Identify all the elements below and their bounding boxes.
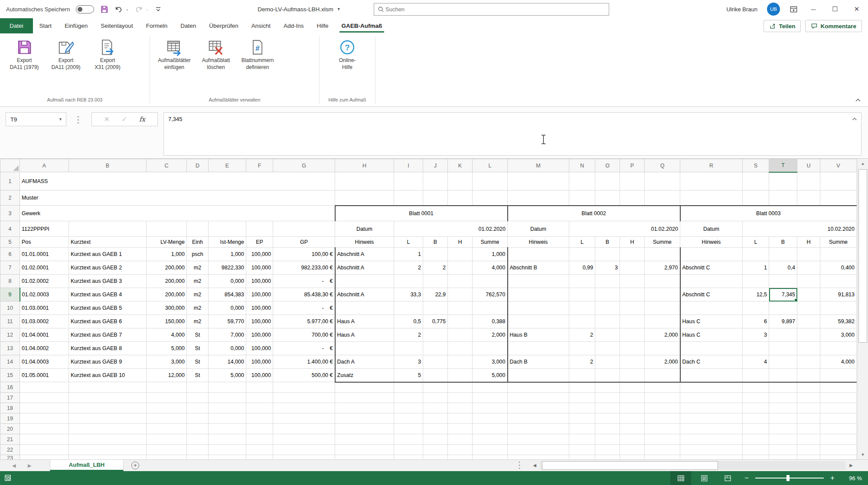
cell[interactable]	[743, 382, 769, 393]
cell[interactable]	[187, 445, 209, 455]
cell[interactable]	[147, 445, 187, 455]
row-header[interactable]: 2	[0, 190, 20, 206]
cell[interactable]	[769, 275, 797, 288]
cell[interactable]: 7,000	[209, 328, 246, 342]
autosave-toggle[interactable]	[76, 5, 94, 13]
tab-einfuegen[interactable]: Einfügen	[58, 18, 94, 33]
cell[interactable]	[147, 424, 187, 434]
avatar[interactable]: UB	[767, 3, 780, 16]
cell[interactable]	[680, 393, 743, 403]
cell[interactable]: Haus C	[680, 328, 743, 342]
cell[interactable]	[769, 382, 797, 393]
tab-add-ins[interactable]: Add-Ins	[277, 18, 310, 33]
cell[interactable]	[394, 190, 423, 206]
column-header[interactable]: V	[820, 159, 857, 172]
cell[interactable]: 100,00 €	[273, 248, 335, 261]
cell[interactable]	[20, 424, 69, 434]
formula-input[interactable]: 7,345	[163, 112, 861, 156]
cell[interactable]	[20, 382, 69, 393]
sheet-title-cell[interactable]: AUFMASS	[20, 172, 335, 190]
cell[interactable]	[273, 424, 335, 434]
cell[interactable]	[473, 301, 508, 315]
cell[interactable]	[335, 403, 394, 413]
cell[interactable]	[743, 342, 769, 355]
cell[interactable]	[423, 369, 448, 382]
cell[interactable]	[797, 190, 820, 206]
cell[interactable]	[69, 382, 147, 393]
cell[interactable]	[394, 445, 423, 455]
cell[interactable]	[448, 455, 473, 460]
cell[interactable]: 200,000	[147, 261, 187, 275]
redo-menu-chevron-icon[interactable]: ⌄	[146, 7, 149, 11]
cell[interactable]: Kurztext	[69, 237, 147, 248]
selected-cell[interactable]: 7,345	[769, 288, 797, 301]
undo-menu-chevron-icon[interactable]: ⌄	[125, 7, 129, 11]
cell[interactable]: - €	[273, 301, 335, 315]
cell[interactable]: 1.400,00 €	[273, 355, 335, 369]
cell[interactable]: 3	[394, 355, 423, 369]
name-box-chevron-icon[interactable]: ▼	[59, 117, 62, 121]
cell[interactable]	[569, 382, 595, 393]
user-name[interactable]: Ulrike Braun	[726, 6, 757, 13]
cell[interactable]: St	[187, 355, 209, 369]
share-button[interactable]: Teilen	[764, 20, 801, 32]
cell[interactable]: Kurztext aus GAEB 6	[69, 315, 147, 328]
cell[interactable]	[797, 455, 820, 460]
cell[interactable]	[448, 369, 473, 382]
scroll-down-icon[interactable]: ▼	[858, 450, 868, 459]
cell[interactable]	[797, 403, 820, 413]
cell[interactable]	[820, 424, 857, 434]
cell[interactable]	[569, 342, 595, 355]
cell[interactable]	[569, 369, 595, 382]
cell[interactable]: Summe	[645, 237, 680, 248]
cell[interactable]: Abschnitt B	[508, 261, 569, 275]
cell[interactable]	[508, 342, 569, 355]
column-header[interactable]: N	[569, 159, 595, 172]
cell[interactable]: Abschnitt A	[335, 261, 394, 275]
cell[interactable]	[797, 434, 820, 445]
cell[interactable]	[645, 369, 680, 382]
cell[interactable]: Kurztext aus GAEB 10	[69, 369, 147, 382]
cell[interactable]: 2,000	[645, 355, 680, 369]
cell[interactable]	[187, 434, 209, 445]
cell[interactable]	[769, 301, 797, 315]
cell[interactable]: St	[187, 369, 209, 382]
column-header[interactable]: A	[20, 159, 69, 172]
cell[interactable]: Haus A	[335, 315, 394, 328]
cell[interactable]	[595, 328, 620, 342]
cell[interactable]	[620, 172, 645, 190]
tab-gaeb-aufmass[interactable]: GAEB-Aufmaß	[335, 18, 389, 33]
horizontal-scrollbar-thumb[interactable]	[542, 461, 718, 470]
cell[interactable]: 2	[569, 328, 595, 342]
cell[interactable]: St	[187, 342, 209, 355]
cell[interactable]	[335, 424, 394, 434]
cell[interactable]	[645, 382, 680, 393]
cell[interactable]: H	[620, 237, 645, 248]
cell[interactable]	[508, 369, 569, 382]
cell[interactable]: 100,000	[246, 342, 273, 355]
row-header[interactable]: 6	[0, 248, 20, 261]
cell[interactable]	[620, 403, 645, 413]
row-header[interactable]: 3	[0, 206, 20, 221]
cell[interactable]	[680, 424, 743, 434]
cell[interactable]	[645, 455, 680, 460]
column-header-selected[interactable]: T	[769, 159, 797, 172]
cell[interactable]	[645, 172, 680, 190]
cell[interactable]	[473, 403, 508, 413]
cell[interactable]: 1,000	[473, 248, 508, 261]
cell[interactable]: 85.438,30 €	[273, 288, 335, 301]
cell[interactable]	[335, 301, 394, 315]
cell[interactable]	[620, 288, 645, 301]
cell[interactable]	[394, 275, 423, 288]
cell[interactable]	[645, 342, 680, 355]
cell[interactable]	[595, 288, 620, 301]
cell[interactable]: 300,000	[147, 301, 187, 315]
cell[interactable]	[246, 434, 273, 445]
cell[interactable]	[448, 301, 473, 315]
cell[interactable]	[645, 393, 680, 403]
cell[interactable]	[394, 301, 423, 315]
cell[interactable]	[645, 403, 680, 413]
cell[interactable]	[394, 403, 423, 413]
cell[interactable]: 59,770	[209, 315, 246, 328]
cell[interactable]: Abschnitt A	[335, 248, 394, 261]
